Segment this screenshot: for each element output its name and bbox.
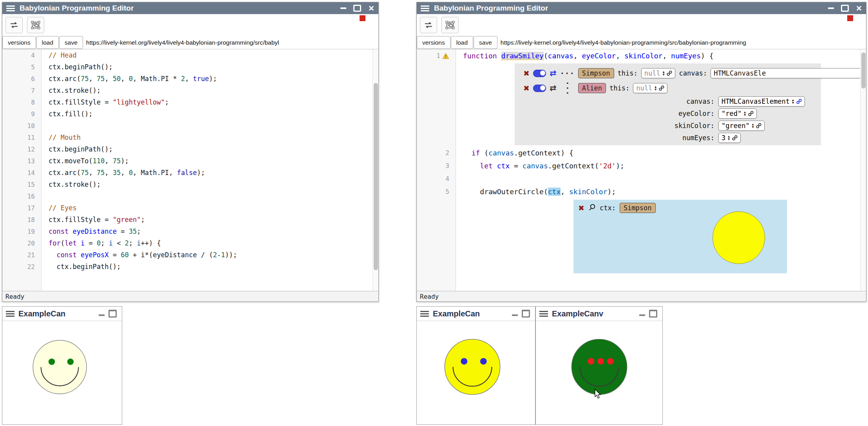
example-name-badge[interactable]: Alien	[578, 83, 606, 93]
maximize-icon[interactable]	[108, 310, 117, 318]
swap-example-icon[interactable]: ⇄	[550, 84, 557, 92]
swap-arrows-button[interactable]	[420, 17, 437, 33]
toggle-knob	[540, 70, 546, 76]
minimize-icon[interactable]	[340, 7, 346, 9]
code-text: // Mouth	[42, 132, 378, 143]
gutter	[2, 273, 42, 291]
versions-button[interactable]: versions	[417, 36, 450, 49]
code-line: 4// Head	[2, 49, 378, 61]
swap-arrows-button[interactable]	[5, 17, 23, 33]
hamburger-icon[interactable]	[421, 5, 429, 11]
param-value-box[interactable]: "red"▲▼	[718, 108, 757, 119]
maximize-icon[interactable]	[353, 5, 361, 12]
code-editor[interactable]: 1!function drawSmiley(canvas, eyeColor, …	[417, 49, 866, 291]
line-number: 2	[417, 146, 456, 159]
scrollbar-thumb[interactable]	[374, 83, 378, 270]
minimize-icon[interactable]	[99, 314, 105, 316]
param-value-box[interactable]: HTMLCanvasEle	[711, 68, 866, 78]
load-button[interactable]: load	[36, 36, 59, 49]
canvas-window-2: ExampleCan	[416, 306, 535, 425]
window-title: Babylonian Programming Editor	[434, 4, 548, 13]
editor-window-right: Babylonian Programming Editor ✕ versions…	[416, 2, 866, 302]
code-text: for(let i = 0; i < 2; i++) {	[42, 237, 378, 249]
param-value: "green"	[722, 122, 750, 130]
line-number: 18	[2, 214, 42, 226]
line-number: 14	[2, 167, 42, 179]
magnifier-icon[interactable]	[588, 204, 596, 213]
code-text: ctx.moveTo(110, 75);	[42, 155, 378, 167]
scrollbar-track[interactable]	[373, 49, 378, 291]
title-bar[interactable]: ExampleCan	[2, 307, 122, 321]
link-icon[interactable]	[667, 70, 672, 76]
hamburger-icon[interactable]	[6, 311, 14, 317]
stepper-icon[interactable]: ▲▼	[655, 85, 656, 91]
title-bar[interactable]: Babylonian Programming Editor ✕	[2, 2, 378, 14]
delete-probe-icon[interactable]: ✖	[578, 204, 584, 212]
stepper-icon[interactable]: ▲▼	[744, 111, 746, 116]
maximize-icon[interactable]	[841, 5, 849, 12]
url-field[interactable]: https://lively-kernel.org/lively4/lively…	[498, 36, 866, 49]
code-line: 6ctx.arc(75, 75, 50, 0, Math.PI * 2, tru…	[2, 73, 378, 85]
transform-button[interactable]	[441, 17, 459, 33]
example-toggle[interactable]	[533, 85, 546, 92]
hamburger-icon[interactable]	[539, 311, 548, 317]
more-options-icon[interactable]: ···	[564, 81, 571, 95]
minimize-icon[interactable]	[512, 314, 518, 316]
minimize-icon[interactable]	[828, 7, 834, 9]
code-text	[42, 190, 378, 202]
param-label: numEyes:	[515, 134, 718, 142]
maximize-icon[interactable]	[649, 310, 657, 318]
window-title: ExampleCanv	[552, 309, 635, 318]
hamburger-icon[interactable]	[6, 5, 15, 11]
code-line: 4	[417, 172, 866, 185]
load-button[interactable]: load	[451, 36, 473, 49]
line-number: 8	[2, 96, 42, 108]
url-field[interactable]: https://lively-kernel.org/lively4/lively…	[83, 36, 378, 49]
transform-button[interactable]	[27, 17, 44, 33]
stepper-icon[interactable]: ▲▼	[728, 135, 730, 141]
param-value-box[interactable]: null ▲▼	[633, 83, 667, 93]
close-icon[interactable]: ✕	[368, 5, 374, 12]
code-text: ctx.stroke();	[42, 179, 378, 190]
link-icon[interactable]	[796, 99, 802, 104]
maximize-icon[interactable]	[522, 310, 530, 318]
toolbar	[417, 14, 866, 36]
param-value-box[interactable]: 3▲▼	[718, 133, 741, 143]
param-value-box[interactable]: HTMLCanvasElement▲▼	[718, 96, 805, 106]
versions-button[interactable]: versions	[2, 36, 36, 49]
delete-example-icon[interactable]: ✖	[523, 70, 530, 77]
line-number: 6	[2, 73, 42, 85]
link-icon[interactable]	[756, 123, 761, 128]
title-bar[interactable]: ExampleCan	[417, 307, 535, 321]
delete-example-icon[interactable]: ✖	[523, 85, 530, 92]
link-icon[interactable]	[748, 111, 754, 116]
minimize-icon[interactable]	[639, 314, 645, 316]
status-bar: Ready	[417, 291, 866, 301]
code-text: // Eyes	[42, 202, 378, 214]
close-icon[interactable]: ✕	[856, 5, 862, 12]
scrollbar-thumb[interactable]	[861, 52, 866, 88]
stepper-icon[interactable]: ▲▼	[752, 123, 754, 128]
param-value-box[interactable]: "green"▲▼	[718, 121, 765, 131]
example-name-badge[interactable]: Simpson	[578, 68, 614, 78]
scrollbar-track[interactable]	[860, 49, 866, 291]
link-icon[interactable]	[659, 85, 664, 91]
example-toggle[interactable]	[533, 70, 546, 77]
code-editor[interactable]: 4// Head5ctx.beginPath();6ctx.arc(75, 75…	[2, 49, 378, 291]
save-button[interactable]: save	[474, 36, 497, 49]
more-options-icon[interactable]: ···	[560, 70, 575, 77]
link-icon[interactable]	[732, 135, 738, 141]
hamburger-icon[interactable]	[420, 311, 429, 317]
save-button[interactable]: save	[59, 36, 83, 49]
line-number: 7	[2, 85, 42, 96]
probe-example-badge[interactable]: Simpson	[620, 203, 656, 213]
title-bar[interactable]: ExampleCanv	[536, 307, 662, 321]
title-bar[interactable]: Babylonian Programming Editor ✕	[417, 2, 866, 14]
swap-arrows-icon	[9, 22, 19, 28]
gutter	[417, 275, 456, 291]
param-value-box[interactable]: null ▲▼	[641, 68, 676, 78]
window-title: Babylonian Programming Editor	[20, 4, 134, 13]
swap-example-icon[interactable]: ⇄	[550, 69, 557, 78]
stepper-icon[interactable]: ▲▼	[792, 99, 794, 104]
stepper-icon[interactable]: ▲▼	[663, 70, 665, 76]
